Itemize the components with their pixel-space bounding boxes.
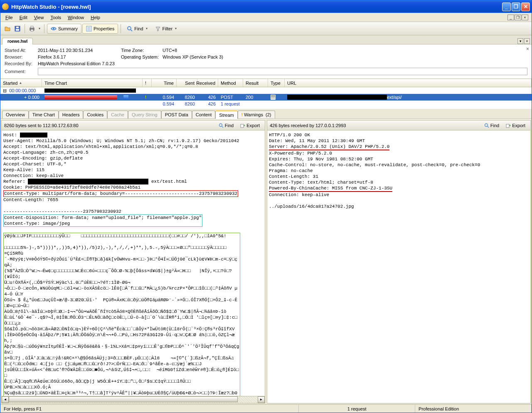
filter-label: Filter bbox=[163, 26, 172, 31]
response-stream-title: 426 bytes received by 127.0.0.1:2993 bbox=[270, 123, 346, 128]
window-title: HttpWatch Studio - [roewe.hwl] bbox=[11, 4, 502, 10]
table-group-row[interactable]: ⊟ 00:00:00.000 bbox=[0, 87, 532, 94]
col-sent[interactable]: Sent bbox=[177, 79, 197, 87]
stream-split-pane: 8260 bytes sent to 112.90.172.63:80 Find… bbox=[0, 119, 532, 404]
scroll-left-icon[interactable]: ◄ bbox=[2, 396, 9, 403]
doc-tab-dropdown[interactable]: ▾ bbox=[517, 38, 523, 44]
menu-file[interactable]: File bbox=[2, 14, 16, 21]
col-started[interactable]: Started ▲ bbox=[0, 79, 42, 87]
print-icon[interactable] bbox=[27, 24, 37, 33]
find-response-button[interactable]: Find bbox=[482, 122, 502, 129]
tab-content[interactable]: Content bbox=[192, 111, 216, 118]
menubar: File Edit View Tools Window Help _ ❐ × bbox=[0, 13, 532, 22]
table-row[interactable]: + 0.000 ! 0.594 8260 426 POST 200 ext/ap… bbox=[0, 94, 532, 101]
col-result[interactable]: Result bbox=[243, 79, 268, 87]
comment-input[interactable] bbox=[38, 68, 527, 75]
tab-stream[interactable]: Stream bbox=[215, 111, 237, 119]
status-requests: 1 request bbox=[299, 405, 415, 413]
tab-cookies[interactable]: Cookies bbox=[83, 111, 107, 118]
request-table: ⊟ 00:00:00.000 + 0.000 ! 0.594 8260 426 … bbox=[0, 87, 532, 109]
value-browser: Firefox 3.6.17 bbox=[38, 54, 121, 59]
svg-rect-14 bbox=[271, 96, 275, 96]
magnifier-icon bbox=[219, 123, 224, 128]
close-button[interactable]: ✕ bbox=[521, 2, 530, 11]
doc-tab-close[interactable]: × bbox=[524, 38, 530, 44]
table-summary-row: 0.594 → 0.757 → 0.594 8260 426 1 request bbox=[0, 101, 532, 107]
svg-line-12 bbox=[131, 30, 132, 31]
document-tabstrip: roewe.hwl ▾ × bbox=[0, 35, 532, 44]
response-stream-text[interactable]: HTTP/1.0 200 OK Date: Wed, 11 May 2011 1… bbox=[267, 130, 530, 403]
label-comment: Comment: bbox=[5, 69, 38, 74]
request-stream-text[interactable]: Host: xxxxxxxxxx User-Agent: Mozilla/5.0… bbox=[2, 130, 265, 396]
toolbar: ▾ Summary Properties Find Filter bbox=[0, 22, 532, 35]
document-tab[interactable]: roewe.hwl bbox=[2, 38, 33, 44]
mdi-close[interactable]: × bbox=[522, 15, 528, 20]
menu-edit[interactable]: Edit bbox=[16, 14, 31, 21]
request-scrollbar[interactable]: ◄ ► bbox=[2, 396, 265, 403]
label-browser: Browser: bbox=[5, 54, 38, 59]
minimize-button[interactable]: _ bbox=[502, 2, 511, 11]
menu-window[interactable]: Window bbox=[64, 14, 87, 21]
titlebar: HttpWatch Studio - [roewe.hwl] _ ❐ ✕ bbox=[0, 0, 532, 13]
svg-point-17 bbox=[219, 123, 222, 126]
find-label: Find bbox=[134, 26, 143, 31]
maximize-button[interactable]: ❐ bbox=[512, 2, 520, 11]
summary-button[interactable]: Summary bbox=[47, 24, 81, 34]
menu-view[interactable]: View bbox=[31, 14, 47, 21]
save-icon[interactable] bbox=[13, 24, 22, 33]
print-dropdown-icon[interactable]: ▾ bbox=[37, 24, 42, 33]
properties-button[interactable]: Properties bbox=[82, 24, 118, 34]
request-table-header: Started ▲ Time Chart ! Time Sent Receive… bbox=[0, 79, 532, 87]
tab-time-chart[interactable]: Time Chart bbox=[29, 111, 59, 118]
find-request-button[interactable]: Find bbox=[216, 122, 236, 129]
svg-point-20 bbox=[485, 123, 488, 126]
svg-rect-16 bbox=[271, 98, 275, 98]
tab-warnings[interactable]: ! Warnings (2) bbox=[238, 111, 275, 118]
filter-button[interactable]: Filter bbox=[152, 24, 180, 34]
menu-help[interactable]: Help bbox=[87, 14, 103, 21]
status-help: For Help, press F1 bbox=[0, 405, 299, 413]
detail-tabstrip: Overview Time Chart Headers Cookies Cach… bbox=[0, 109, 532, 119]
value-time-zone: UTC+8 bbox=[163, 48, 177, 53]
label-started-at: Started At: bbox=[5, 48, 38, 53]
svg-rect-5 bbox=[31, 30, 33, 31]
summary-icon bbox=[51, 26, 57, 32]
magnifier-icon bbox=[484, 123, 489, 128]
tab-overview[interactable]: Overview bbox=[2, 111, 29, 118]
tab-cache[interactable]: Cache bbox=[107, 111, 128, 118]
open-icon[interactable] bbox=[3, 24, 12, 33]
col-url[interactable]: URL bbox=[285, 79, 532, 87]
find-button[interactable]: Find bbox=[123, 24, 150, 34]
svg-rect-22 bbox=[506, 124, 509, 128]
session-info-panel: × Started At: 2011-May-11 20:30:51.234 T… bbox=[0, 44, 532, 79]
export-icon bbox=[240, 123, 245, 128]
properties-icon bbox=[86, 26, 92, 32]
value-started-at: 2011-May-11 20:30:51.234 bbox=[38, 48, 121, 53]
col-received[interactable]: Received bbox=[197, 79, 218, 87]
col-type[interactable]: Type bbox=[268, 79, 285, 87]
panel-close-icon[interactable]: × bbox=[526, 46, 529, 52]
col-warning[interactable]: ! bbox=[143, 79, 152, 87]
status-edition: Professional Edition bbox=[415, 405, 532, 413]
col-time-chart[interactable]: Time Chart bbox=[42, 79, 143, 87]
request-stream-pane: 8260 bytes sent to 112.90.172.63:80 Find… bbox=[1, 120, 265, 403]
svg-rect-15 bbox=[271, 97, 275, 98]
export-request-button[interactable]: Export bbox=[238, 122, 262, 129]
mdi-minimize[interactable]: _ bbox=[507, 15, 514, 20]
svg-line-21 bbox=[488, 126, 489, 128]
scroll-right-icon[interactable]: ► bbox=[258, 396, 265, 403]
filter-icon bbox=[155, 26, 161, 32]
mdi-restore[interactable]: ❐ bbox=[515, 15, 521, 20]
export-response-button[interactable]: Export bbox=[503, 122, 528, 129]
value-recorded-by: HttpWatch Professional Edition 7.0.23 bbox=[38, 61, 115, 66]
col-method[interactable]: Method bbox=[218, 79, 243, 87]
svg-point-6 bbox=[53, 28, 54, 30]
tab-headers[interactable]: Headers bbox=[59, 111, 84, 118]
menu-tools[interactable]: Tools bbox=[47, 14, 64, 21]
col-time[interactable]: Time bbox=[152, 79, 177, 87]
value-os: Windows XP (Service Pack 3) bbox=[163, 54, 223, 59]
tab-post-data[interactable]: POST Data bbox=[161, 111, 192, 118]
tab-query-string[interactable]: Query String bbox=[128, 111, 161, 118]
summary-label: Summary bbox=[58, 26, 78, 31]
label-time-zone: Time Zone: bbox=[121, 48, 163, 53]
